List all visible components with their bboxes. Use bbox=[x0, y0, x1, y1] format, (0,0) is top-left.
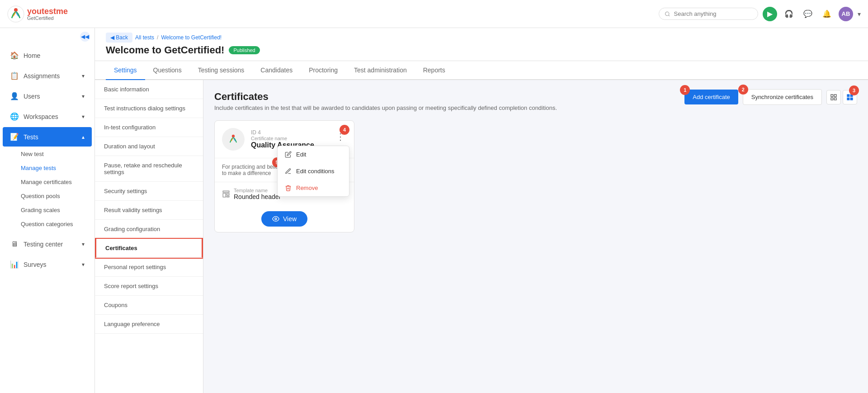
sidebar-item-workspaces[interactable]: 🌐 Workspaces ▾ bbox=[3, 107, 92, 126]
badge-3: 3 bbox=[849, 85, 859, 95]
dropdown-edit-conditions[interactable]: Edit conditions bbox=[278, 163, 349, 180]
settings-nav-result-validity[interactable]: Result validity settings bbox=[95, 201, 203, 220]
testing-center-icon: 🖥 bbox=[10, 240, 19, 248]
settings-nav-duration-layout[interactable]: Duration and layout bbox=[95, 137, 203, 156]
settings-nav-test-instructions[interactable]: Test instructions dialog settings bbox=[95, 99, 203, 118]
sidebar-question-pools[interactable]: Question pools bbox=[0, 189, 94, 203]
cert-name-label: Certificate name bbox=[251, 136, 314, 141]
sidebar-question-categories[interactable]: Question categories bbox=[0, 217, 94, 231]
add-certificate-button[interactable]: Add certificate bbox=[684, 90, 738, 104]
settings-nav-pause-retake[interactable]: Pause, retake and reschedule settings bbox=[95, 156, 203, 182]
svg-point-17 bbox=[275, 218, 277, 220]
avatar[interactable]: AB bbox=[839, 7, 853, 21]
main-layout: ◀◀ 🏠 Home 📋 Assignments ▾ 👤 Users ▾ 🌐 Wo… bbox=[0, 28, 868, 393]
workspaces-chevron: ▾ bbox=[82, 114, 85, 120]
breadcrumb-current: Welcome to GetCertified! bbox=[161, 34, 222, 41]
sidebar-item-tests[interactable]: 📝 Tests ▴ bbox=[3, 127, 92, 147]
bell-icon[interactable]: 🔔 bbox=[820, 7, 834, 21]
view-toggle: 3 bbox=[826, 90, 857, 104]
list-view-button[interactable] bbox=[826, 90, 841, 104]
main-panel: Certificates Include certificates in the… bbox=[203, 80, 868, 393]
tab-questions[interactable]: Questions bbox=[145, 61, 190, 80]
svg-rect-16 bbox=[227, 196, 229, 197]
topbar-right: ▶ 🎧 💬 🔔 AB ▾ bbox=[659, 7, 861, 21]
back-button[interactable]: ◀ Back bbox=[106, 33, 132, 43]
svg-rect-14 bbox=[223, 194, 226, 197]
sidebar-surveys-label: Surveys bbox=[24, 261, 47, 268]
sync-certificates-button[interactable]: Synchronize certificates bbox=[743, 89, 822, 105]
settings-nav-basic-info[interactable]: Basic information bbox=[95, 80, 203, 99]
svg-rect-10 bbox=[850, 98, 853, 100]
status-badge: Published bbox=[229, 46, 259, 54]
search-box[interactable] bbox=[659, 8, 758, 20]
sidebar-new-test[interactable]: New test bbox=[0, 147, 94, 161]
sidebar-manage-certificates[interactable]: Manage certificates bbox=[0, 175, 94, 189]
user-chevron[interactable]: ▾ bbox=[858, 10, 861, 18]
dropdown-menu: Edit Edit conditions Remove bbox=[277, 146, 349, 197]
settings-nav-personal-report[interactable]: Personal report settings bbox=[95, 258, 203, 277]
badge-4: 4 bbox=[340, 125, 349, 135]
chat-icon[interactable]: 💬 bbox=[801, 7, 815, 21]
sidebar-grading-scales[interactable]: Grading scales bbox=[0, 203, 94, 217]
sidebar-item-testing-center[interactable]: 🖥 Testing center ▾ bbox=[3, 235, 92, 254]
svg-rect-3 bbox=[831, 95, 833, 97]
svg-rect-9 bbox=[847, 98, 849, 100]
sidebar-collapse-btn[interactable]: ◀◀ bbox=[0, 28, 94, 45]
dropdown-remove[interactable]: Remove bbox=[278, 180, 349, 196]
breadcrumb-all-tests[interactable]: All tests bbox=[135, 34, 154, 41]
settings-nav-certificates[interactable]: Certificates bbox=[95, 239, 203, 258]
logo: youtestme GetCertified bbox=[7, 5, 100, 23]
logo-icon bbox=[7, 5, 24, 23]
tab-settings[interactable]: Settings bbox=[106, 61, 145, 80]
tab-reports[interactable]: Reports bbox=[415, 61, 453, 80]
edit-conditions-icon bbox=[285, 168, 292, 175]
svg-rect-5 bbox=[831, 98, 833, 100]
sidebar-item-surveys[interactable]: 📊 Surveys ▾ bbox=[3, 255, 92, 274]
tab-candidates[interactable]: Candidates bbox=[252, 61, 301, 80]
search-icon bbox=[665, 11, 670, 17]
tabs-bar: Settings Questions Testing sessions Cand… bbox=[95, 61, 868, 80]
cert-footer: View bbox=[215, 206, 354, 232]
assignments-icon: 📋 bbox=[10, 71, 19, 80]
settings-nav-score-report[interactable]: Score report settings bbox=[95, 277, 203, 296]
split-content: Basic information Test instructions dial… bbox=[95, 80, 868, 393]
view-certificate-button[interactable]: View bbox=[261, 211, 307, 227]
sidebar-assignments-label: Assignments bbox=[24, 72, 60, 80]
badge-2: 2 bbox=[738, 85, 748, 95]
svg-rect-6 bbox=[834, 98, 836, 100]
content-area: ◀ Back All tests / Welcome to GetCertifi… bbox=[95, 28, 868, 393]
cert-card: ID 4 Certificate name Quality Assurance … bbox=[214, 120, 354, 232]
page-title-row: Welcome to GetCertified! Published bbox=[106, 44, 857, 56]
section-desc: Include certificates in the test that wi… bbox=[214, 104, 857, 111]
collapse-icon: ◀◀ bbox=[80, 32, 90, 42]
dropdown-edit[interactable]: Edit bbox=[278, 146, 349, 163]
users-icon: 👤 bbox=[10, 92, 19, 100]
assignments-chevron: ▾ bbox=[82, 73, 85, 79]
settings-nav-security[interactable]: Security settings bbox=[95, 182, 203, 201]
edit-icon bbox=[285, 151, 292, 158]
svg-rect-13 bbox=[223, 191, 229, 192]
settings-nav-language-pref[interactable]: Language preference bbox=[95, 315, 203, 334]
svg-rect-7 bbox=[847, 95, 849, 97]
sidebar-item-assignments[interactable]: 📋 Assignments ▾ bbox=[3, 66, 92, 85]
play-icon[interactable]: ▶ bbox=[763, 7, 777, 21]
topbar: youtestme GetCertified ▶ 🎧 💬 🔔 AB ▾ bbox=[0, 0, 868, 28]
page-header: ◀ Back All tests / Welcome to GetCertifi… bbox=[95, 28, 868, 61]
tab-test-administration[interactable]: Test administration bbox=[346, 61, 415, 80]
cert-template-label: Template name bbox=[234, 188, 281, 193]
sidebar-item-home[interactable]: 🏠 Home bbox=[3, 46, 92, 65]
tab-testing-sessions[interactable]: Testing sessions bbox=[190, 61, 253, 80]
settings-nav-grading-config[interactable]: Grading configuration bbox=[95, 220, 203, 239]
surveys-icon: 📊 bbox=[10, 260, 19, 269]
cert-template-value: 6 Rounded header bbox=[234, 193, 281, 200]
tab-proctoring[interactable]: Proctoring bbox=[301, 61, 346, 80]
users-chevron: ▾ bbox=[82, 93, 85, 99]
sidebar-item-users[interactable]: 👤 Users ▾ bbox=[3, 86, 92, 106]
settings-nav-coupons[interactable]: Coupons bbox=[95, 296, 203, 315]
sidebar-manage-tests[interactable]: Manage tests bbox=[0, 161, 94, 175]
sidebar-users-label: Users bbox=[24, 93, 40, 100]
settings-nav-in-test-config[interactable]: In-test configuration bbox=[95, 118, 203, 137]
search-input[interactable] bbox=[674, 10, 752, 17]
headphones-icon[interactable]: 🎧 bbox=[782, 7, 796, 21]
trash-icon bbox=[285, 185, 292, 191]
